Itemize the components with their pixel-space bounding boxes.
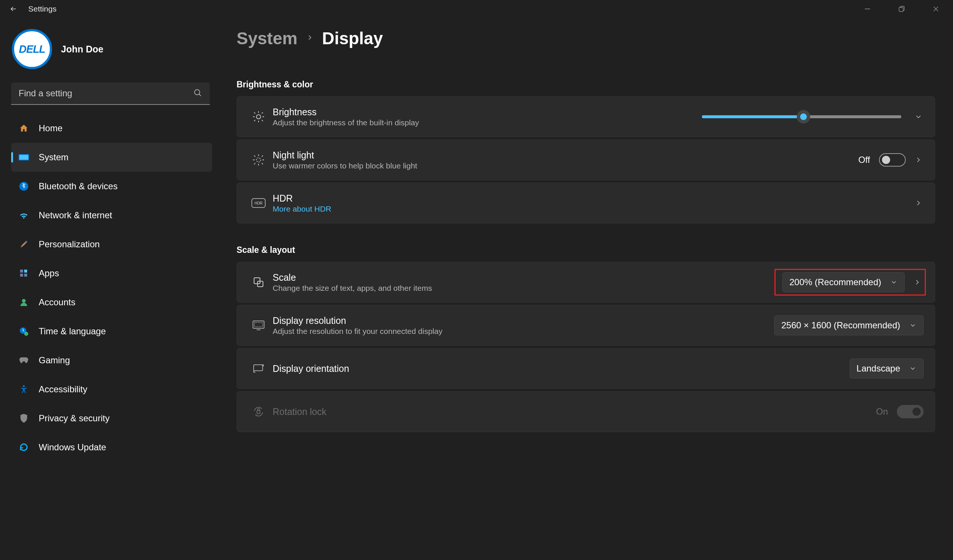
- sidebar-item-label: Privacy & security: [39, 413, 110, 423]
- svg-line-22: [255, 113, 255, 113]
- hdr-more-link[interactable]: More about HDR: [273, 205, 913, 213]
- app-title: Settings: [28, 5, 57, 13]
- svg-text:HDR: HDR: [255, 201, 262, 205]
- scale-highlight: 200% (Recommended): [775, 269, 926, 296]
- breadcrumb-parent[interactable]: System: [237, 28, 298, 48]
- sidebar-item-accessibility[interactable]: Accessibility: [11, 375, 212, 404]
- night-light-icon: [248, 154, 269, 166]
- sidebar-item-personalization[interactable]: Personalization: [11, 230, 212, 259]
- sidebar-item-label: Apps: [39, 268, 59, 279]
- nav: Home System Bluetooth & devices Network …: [11, 114, 212, 462]
- chevron-right-icon[interactable]: [913, 198, 924, 208]
- search-icon: [193, 88, 202, 99]
- person-icon: [19, 297, 29, 307]
- svg-point-13: [22, 299, 26, 302]
- minimize-button[interactable]: [851, 0, 885, 18]
- svg-rect-11: [20, 274, 23, 277]
- sidebar-item-bluetooth[interactable]: Bluetooth & devices: [11, 172, 212, 201]
- panel-brightness[interactable]: Brightness Adjust the brightness of the …: [237, 96, 935, 137]
- svg-rect-9: [20, 270, 23, 273]
- chevron-right-icon[interactable]: [912, 277, 922, 287]
- sidebar-item-label: Network & internet: [39, 210, 112, 220]
- panel-resolution[interactable]: Display resolution Adjust the resolution…: [237, 305, 935, 346]
- panel-title: Display orientation: [273, 363, 850, 374]
- scale-dropdown[interactable]: 200% (Recommended): [782, 272, 905, 292]
- svg-rect-10: [24, 270, 27, 273]
- night-light-toggle[interactable]: [879, 153, 906, 167]
- panel-night-light[interactable]: Night light Use warmer colors to help bl…: [237, 140, 935, 180]
- close-button[interactable]: [919, 0, 953, 18]
- home-icon: [19, 123, 29, 133]
- svg-rect-42: [254, 365, 262, 371]
- svg-point-4: [194, 90, 200, 95]
- svg-rect-7: [19, 155, 28, 160]
- sidebar-item-label: Personalization: [39, 239, 100, 250]
- chevron-right-icon[interactable]: [913, 155, 924, 165]
- svg-line-25: [255, 120, 255, 121]
- svg-point-17: [256, 115, 261, 119]
- svg-line-31: [255, 156, 255, 157]
- svg-line-23: [262, 120, 262, 121]
- maximize-button[interactable]: [885, 0, 919, 18]
- toggle-state-label: Off: [858, 155, 870, 165]
- wifi-icon: [19, 210, 29, 220]
- search: [11, 82, 210, 105]
- search-input[interactable]: [11, 82, 210, 105]
- svg-point-26: [256, 158, 261, 162]
- bluetooth-icon: [19, 181, 29, 191]
- sidebar-item-gaming[interactable]: Gaming: [11, 346, 212, 375]
- sidebar-item-apps[interactable]: Apps: [11, 259, 212, 288]
- dropdown-value: 2560 × 1600 (Recommended): [781, 320, 900, 330]
- avatar: DELL: [12, 29, 52, 69]
- panel-subtitle: Adjust the resolution to fit your connec…: [273, 327, 774, 336]
- sidebar-item-accounts[interactable]: Accounts: [11, 288, 212, 317]
- resolution-icon: [248, 320, 269, 330]
- panel-scale[interactable]: Scale Change the size of text, apps, and…: [237, 262, 935, 302]
- rotation-lock-icon: [248, 406, 269, 417]
- sidebar-item-time-language[interactable]: Time & language: [11, 317, 212, 346]
- dropdown-value: Landscape: [857, 363, 900, 374]
- sidebar-item-network[interactable]: Network & internet: [11, 201, 212, 230]
- sidebar-item-system[interactable]: System: [11, 143, 212, 172]
- sidebar-item-label: Windows Update: [39, 442, 106, 453]
- sidebar-item-label: Time & language: [39, 326, 106, 337]
- svg-point-15: [24, 332, 28, 336]
- breadcrumb-current: Display: [322, 28, 383, 48]
- panel-orientation[interactable]: Display orientation Landscape: [237, 348, 935, 389]
- sidebar-item-home[interactable]: Home: [11, 114, 212, 143]
- brightness-slider[interactable]: [702, 115, 901, 118]
- system-icon: [19, 152, 29, 163]
- profile[interactable]: DELL John Doe: [11, 25, 212, 79]
- chevron-down-icon: [909, 365, 917, 372]
- svg-line-33: [262, 156, 262, 157]
- breadcrumb: System Display: [237, 28, 935, 48]
- brightness-icon: [248, 110, 269, 123]
- chevron-down-icon: [890, 279, 897, 286]
- sidebar-item-label: System: [39, 152, 68, 163]
- panel-hdr[interactable]: HDR HDR More about HDR: [237, 183, 935, 223]
- orientation-icon: [248, 363, 269, 374]
- main-content: System Display Brightness & color Bright…: [216, 18, 953, 560]
- orientation-dropdown[interactable]: Landscape: [850, 358, 924, 379]
- sidebar-item-windows-update[interactable]: Windows Update: [11, 433, 212, 462]
- gamepad-icon: [19, 355, 29, 366]
- window-controls: [851, 0, 953, 18]
- titlebar: Settings: [0, 0, 953, 18]
- profile-name: John Doe: [61, 44, 103, 55]
- panel-subtitle: Adjust the brightness of the built-in di…: [273, 118, 702, 127]
- chevron-down-icon[interactable]: [913, 112, 924, 122]
- sidebar-item-privacy[interactable]: Privacy & security: [11, 404, 212, 433]
- svg-rect-12: [24, 274, 27, 277]
- sidebar-item-label: Gaming: [39, 355, 70, 366]
- scale-icon: [248, 276, 269, 288]
- back-button[interactable]: [6, 2, 21, 16]
- svg-line-24: [262, 113, 262, 113]
- svg-line-34: [255, 163, 255, 164]
- dropdown-value: 200% (Recommended): [789, 277, 881, 287]
- panel-title: Night light: [273, 150, 858, 161]
- shield-icon: [19, 413, 29, 423]
- apps-icon: [19, 268, 29, 279]
- svg-rect-1: [899, 8, 903, 11]
- toggle-state-label: On: [876, 406, 888, 417]
- resolution-dropdown[interactable]: 2560 × 1600 (Recommended): [774, 315, 924, 335]
